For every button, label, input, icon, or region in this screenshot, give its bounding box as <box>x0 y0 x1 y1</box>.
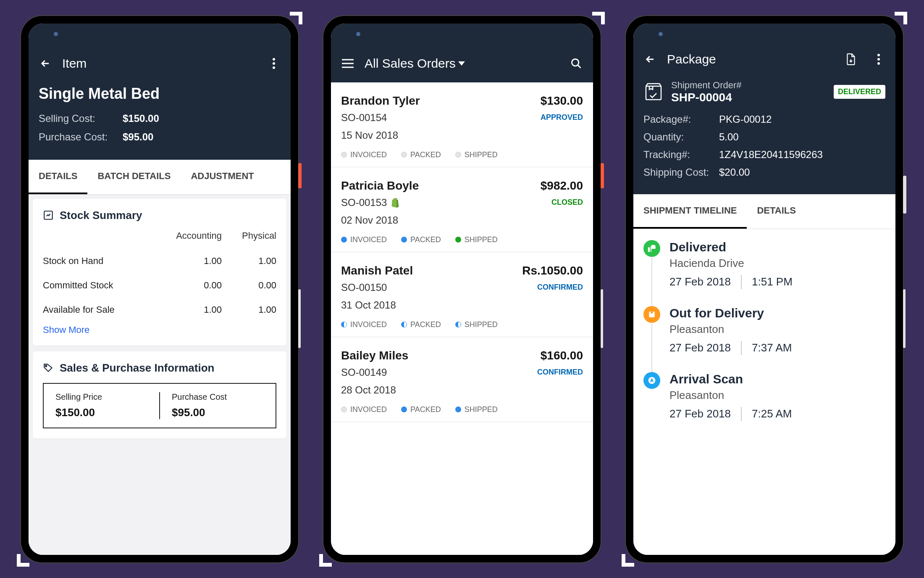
stock-row: Stock on Hand 1.00 1.00 <box>43 249 276 273</box>
page-title[interactable]: All Sales Orders <box>365 56 559 71</box>
shipment-label: Shipment Order# <box>671 80 826 91</box>
timeline-location: Pleasanton <box>669 323 885 336</box>
back-icon[interactable] <box>39 57 52 70</box>
col-physical: Physical <box>222 230 276 241</box>
more-icon[interactable] <box>267 57 281 70</box>
purchase-cost-label: Purchase Cost <box>172 392 264 402</box>
purchase-cost-row: Purchase Cost: $95.00 <box>39 131 281 143</box>
tab-batch-details[interactable]: BATCH DETAILS <box>87 160 181 194</box>
order-amount: $982.00 <box>541 179 583 193</box>
timeline-date: 27 Feb 2018 <box>669 341 731 354</box>
package-field: Tracking#:1Z4V18E20411596263 <box>643 149 885 161</box>
page-title: Item <box>62 56 257 71</box>
order-name: Manish Patel <box>341 264 522 277</box>
status-bar <box>331 24 593 45</box>
selling-cost-row: Selling Cost: $150.00 <box>39 113 281 124</box>
order-date: 02 Nov 2018 <box>341 214 583 226</box>
order-amount: Rs.1050.00 <box>522 264 583 277</box>
timeline-title: Arrival Scan <box>669 372 885 386</box>
status-bar <box>29 24 291 45</box>
timeline-time: 7:25 AM <box>752 407 792 420</box>
status-badge: DELIVERED <box>834 85 885 99</box>
col-accounting: Accounting <box>155 230 222 241</box>
pill-shipped: SHIPPED <box>455 320 498 329</box>
pill-invoiced: INVOICED <box>341 150 387 159</box>
order-date: 31 Oct 2018 <box>341 299 583 311</box>
tab-shipment-timeline[interactable]: SHIPMENT TIMELINE <box>633 194 747 229</box>
svg-point-10 <box>877 54 880 56</box>
shopify-icon <box>390 198 399 208</box>
stock-icon <box>43 210 54 221</box>
package-tabs: SHIPMENT TIMELINE DETAILS <box>633 194 895 229</box>
back-icon[interactable] <box>643 53 657 66</box>
tab-details[interactable]: DETAILS <box>29 160 87 194</box>
timeline-item: Out for DeliveryPleasanton27 Feb 20187:3… <box>643 306 885 372</box>
pdf-icon[interactable] <box>844 53 858 66</box>
pill-packed: PACKED <box>401 405 441 414</box>
svg-rect-15 <box>651 311 653 313</box>
order-name: Patricia Boyle <box>341 179 541 193</box>
timeline-item: Arrival ScanPleasanton27 Feb 20187:25 AM <box>643 372 885 438</box>
timeline-location: Pleasanton <box>669 389 885 402</box>
svg-point-2 <box>273 66 275 69</box>
timeline-date: 27 Feb 2018 <box>669 407 731 420</box>
order-id: SO-00150 <box>341 282 537 293</box>
package-field: Quantity:5.00 <box>643 131 885 143</box>
pill-shipped: SHIPPED <box>455 235 498 244</box>
svg-point-0 <box>273 58 275 61</box>
more-icon[interactable] <box>872 53 885 66</box>
purchase-cost-value: $95.00 <box>172 406 264 419</box>
order-name: Bailey Miles <box>341 349 541 362</box>
timeline-time: 7:37 AM <box>752 341 792 354</box>
package-field: Package#:PKG-00012 <box>643 113 885 125</box>
svg-rect-13 <box>646 86 661 100</box>
stock-row: Committed Stock 0.00 0.00 <box>43 273 276 298</box>
pill-invoiced: INVOICED <box>341 235 387 244</box>
selling-price-value: $150.00 <box>55 406 147 419</box>
tag-icon <box>43 362 54 373</box>
search-icon[interactable] <box>570 57 583 70</box>
order-name: Brandon Tyler <box>341 94 541 108</box>
timeline-icon <box>643 306 660 323</box>
item-name: Single Metal Bed <box>39 85 281 103</box>
package-icon <box>643 82 664 102</box>
page-title: Package <box>667 52 834 66</box>
svg-point-11 <box>877 58 880 61</box>
stock-summary-card: Stock Summary Accounting Physical Stock … <box>33 199 286 346</box>
chevron-down-icon <box>458 61 465 66</box>
tab-adjustment[interactable]: ADJUSTMENT <box>181 160 264 194</box>
order-row[interactable]: Bailey Miles$160.00SO-00149 CONFIRMED28 … <box>331 337 593 422</box>
show-more-link[interactable]: Show More <box>43 325 276 335</box>
order-row[interactable]: Brandon Tyler$130.00SO-00154 APPROVED15 … <box>331 82 593 167</box>
svg-point-8 <box>572 59 579 66</box>
order-status: APPROVED <box>541 113 583 122</box>
pill-shipped: SHIPPED <box>455 150 498 159</box>
order-date: 28 Oct 2018 <box>341 384 583 396</box>
timeline-title: Out for Delivery <box>669 306 885 320</box>
menu-icon[interactable] <box>341 57 354 70</box>
tab-details[interactable]: DETAILS <box>747 194 806 229</box>
timeline-item: DeliveredHacienda Drive27 Feb 20181:51 P… <box>643 240 885 306</box>
order-id: SO-00154 <box>341 112 541 124</box>
item-tabs: DETAILS BATCH DETAILS ADJUSTMENT <box>29 160 291 195</box>
timeline-icon <box>643 372 660 389</box>
phone-package: Package Shipment Order# SHP-00004 DELIVE… <box>626 16 903 562</box>
pill-invoiced: INVOICED <box>341 405 387 414</box>
order-id: SO-00149 <box>341 367 537 378</box>
svg-line-9 <box>578 65 581 68</box>
order-status: CONFIRMED <box>537 283 583 292</box>
pill-packed: PACKED <box>401 235 441 244</box>
timeline-title: Delivered <box>669 240 885 254</box>
pill-invoiced: INVOICED <box>341 320 387 329</box>
status-bar <box>633 24 895 45</box>
phone-sales-orders: All Sales Orders Brandon Tyler$130.00SO-… <box>323 16 601 562</box>
pill-packed: PACKED <box>401 150 441 159</box>
order-row[interactable]: Patricia Boyle$982.00SO-00153 CLOSED02 N… <box>331 167 593 252</box>
order-date: 15 Nov 2018 <box>341 129 583 141</box>
shipment-value: SHP-00004 <box>671 91 826 104</box>
selling-price-label: Selling Price <box>55 392 147 402</box>
pill-shipped: SHIPPED <box>455 405 498 414</box>
order-row[interactable]: Manish PatelRs.1050.00SO-00150 CONFIRMED… <box>331 252 593 337</box>
order-amount: $130.00 <box>541 94 583 108</box>
timeline-date: 27 Feb 2018 <box>669 275 731 288</box>
